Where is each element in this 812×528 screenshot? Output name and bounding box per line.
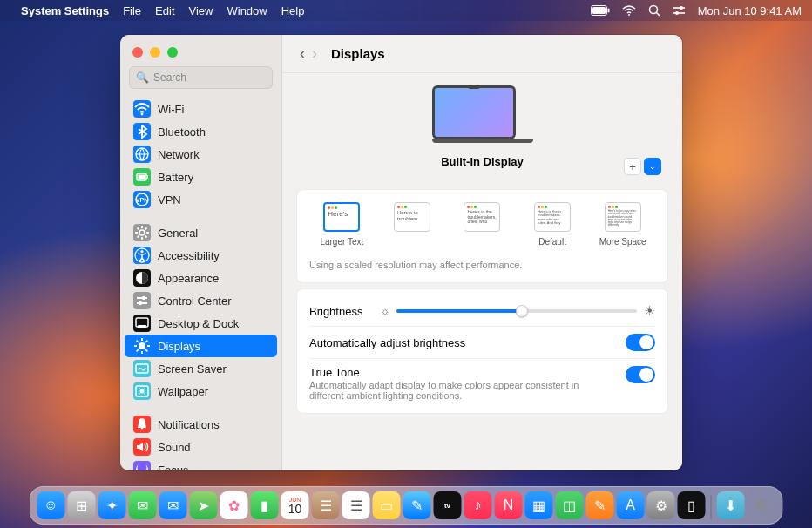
fullscreen-button[interactable] xyxy=(167,47,178,58)
dock-safari-icon[interactable]: ✦ xyxy=(98,491,126,519)
sidebar-item-label: Focus xyxy=(158,464,188,471)
svg-rect-13 xyxy=(147,175,149,179)
dock-trash-icon[interactable]: 🗑 xyxy=(748,491,775,519)
brightness-slider[interactable]: ☼ ☀ xyxy=(380,303,655,319)
dock-freeform-icon[interactable]: ✎ xyxy=(403,491,431,519)
resolution-option-4[interactable]: Here's to the crazy ones misfits and reb… xyxy=(590,202,655,247)
dock-settings-icon[interactable]: ⚙ xyxy=(647,491,675,519)
dock-music-icon[interactable]: ♪ xyxy=(464,491,492,519)
dock-messages-icon[interactable]: ✉ xyxy=(129,491,157,519)
sidebar-item-network[interactable]: Network xyxy=(125,143,277,166)
dock-launchpad-icon[interactable]: ⊞ xyxy=(68,491,96,519)
resolution-label: Larger Text xyxy=(309,237,375,247)
dock-photos-icon[interactable]: ✿ xyxy=(220,491,248,519)
sidebar-item-displays[interactable]: Displays xyxy=(125,335,277,357)
menu-window[interactable]: Window xyxy=(227,4,267,17)
menubar-app-name[interactable]: System Settings xyxy=(21,4,109,17)
back-button[interactable]: ‹ xyxy=(296,44,308,63)
gear-icon xyxy=(133,224,151,241)
true-tone-description: Automatically adapt display to make colo… xyxy=(309,380,588,401)
sidebar-item-appearance[interactable]: Appearance xyxy=(125,267,277,289)
sidebar-item-notifications[interactable]: Notifications xyxy=(125,413,277,436)
resolution-options: Here'sLarger TextHere's to troublemHere'… xyxy=(309,202,655,247)
dock-maps-icon[interactable]: ➤ xyxy=(190,491,218,519)
sun-large-icon: ☀ xyxy=(644,303,655,319)
add-display-button[interactable]: + xyxy=(624,158,641,175)
resolution-label xyxy=(380,237,445,247)
auto-brightness-label: Automatically adjust brightness xyxy=(309,336,465,349)
display-preview: Built-in Display + ⌄ xyxy=(291,73,673,184)
svg-point-47 xyxy=(139,388,140,389)
sidebar-list[interactable]: Wi-FiBluetoothNetworkBatteryVPNVPNGenera… xyxy=(120,98,281,470)
sidebar-item-label: Accessibility xyxy=(158,249,220,262)
dock-news-icon[interactable]: N xyxy=(495,491,523,519)
dock-appstore-icon[interactable]: A xyxy=(617,491,645,519)
page-title: Displays xyxy=(331,46,385,61)
sidebar-item-desktop-dock[interactable]: Desktop & Dock xyxy=(125,312,277,335)
svg-point-49 xyxy=(139,393,140,395)
dock-facetime-icon[interactable]: ▮ xyxy=(251,491,279,519)
menubar-clock[interactable]: Mon Jun 10 9:41 AM xyxy=(698,4,802,17)
svg-point-50 xyxy=(144,393,145,395)
menu-view[interactable]: View xyxy=(189,4,213,17)
sidebar-item-focus[interactable]: Focus xyxy=(125,458,277,470)
true-tone-toggle[interactable] xyxy=(626,366,655,383)
dock-contacts-icon[interactable]: ☰ xyxy=(312,491,340,519)
dock-numbers-icon[interactable]: ◫ xyxy=(556,491,584,519)
sidebar-item-screen-saver[interactable]: Screen Saver xyxy=(125,357,277,380)
auto-brightness-toggle[interactable] xyxy=(626,334,655,351)
resolution-panel: Here'sLarger TextHere's to troublemHere'… xyxy=(296,189,668,283)
close-button[interactable] xyxy=(132,47,143,58)
sidebar-item-control-center[interactable]: Control Center xyxy=(125,289,277,312)
sidebar-item-general[interactable]: General xyxy=(125,221,277,244)
dock-notes-icon[interactable]: ▭ xyxy=(373,491,401,519)
spotlight-icon[interactable] xyxy=(648,4,660,17)
battery-status-icon[interactable] xyxy=(591,5,610,16)
dock-reminders-icon[interactable]: ☰ xyxy=(342,491,370,519)
dock-finder-icon[interactable]: ☺ xyxy=(37,491,65,519)
dock-iphone-icon[interactable]: ▯ xyxy=(678,491,706,519)
sidebar-item-label: Bluetooth xyxy=(158,125,206,139)
menu-help[interactable]: Help xyxy=(281,4,305,17)
sidebar-item-bluetooth[interactable]: Bluetooth xyxy=(125,120,277,143)
dock-tv-icon[interactable]: tv xyxy=(434,491,462,519)
true-tone-label: True Tone xyxy=(309,366,588,379)
sidebar-item-accessibility[interactable]: Accessibility xyxy=(125,244,277,267)
brightness-row: Brightness ☼ ☀ xyxy=(309,301,655,327)
sidebar-item-label: Wallpaper xyxy=(158,385,208,398)
search-input[interactable]: 🔍 Search xyxy=(129,66,273,89)
menu-file[interactable]: File xyxy=(123,4,141,17)
dock-separator xyxy=(711,495,712,519)
sidebar-item-wallpaper[interactable]: Wallpaper xyxy=(125,380,277,403)
minimize-button[interactable] xyxy=(150,47,160,58)
svg-rect-34 xyxy=(138,325,146,328)
wifi-status-icon[interactable] xyxy=(622,5,636,16)
svg-point-17 xyxy=(139,230,145,235)
svg-line-41 xyxy=(145,349,147,351)
content-body[interactable]: Built-in Display + ⌄ Here'sLarger TextHe… xyxy=(282,73,682,470)
resolution-label: Default xyxy=(520,237,585,247)
window-controls xyxy=(120,35,281,66)
sidebar-item-sound[interactable]: Sound xyxy=(125,436,277,458)
sidebar-item-wi-fi[interactable]: Wi-Fi xyxy=(125,98,277,120)
dock-keynote-icon[interactable]: ▦ xyxy=(525,491,553,519)
dock-pages-icon[interactable]: ✎ xyxy=(586,491,614,519)
control-center-icon[interactable] xyxy=(673,5,686,16)
resolution-option-2[interactable]: Here's to the troublemakers, ones, who xyxy=(450,202,515,247)
sidebar-item-vpn[interactable]: VPNVPN xyxy=(125,188,277,211)
resolution-option-0[interactable]: Here'sLarger Text xyxy=(309,202,375,247)
dock-calendar-icon[interactable]: JUN10 xyxy=(281,491,309,519)
sidebar-item-battery[interactable]: Battery xyxy=(125,166,277,188)
forward-button[interactable]: › xyxy=(308,44,321,63)
desktop: System Settings File Edit View Window He… xyxy=(0,0,812,528)
resolution-option-3[interactable]: Here's to the cr troublemakers. ones who… xyxy=(520,202,585,247)
display-thumbnail[interactable] xyxy=(432,85,533,143)
resolution-option-1[interactable]: Here's to troublem xyxy=(380,202,445,247)
display-options-dropdown[interactable]: ⌄ xyxy=(644,158,661,175)
svg-line-24 xyxy=(145,228,147,230)
resolution-note: Using a scaled resolution may affect per… xyxy=(309,260,655,270)
dock-mail-icon[interactable]: ✉ xyxy=(159,491,187,519)
dock-downloads-icon[interactable]: ⬇ xyxy=(717,491,745,519)
menu-edit[interactable]: Edit xyxy=(155,4,174,17)
sidebar-item-label: Network xyxy=(158,148,200,161)
